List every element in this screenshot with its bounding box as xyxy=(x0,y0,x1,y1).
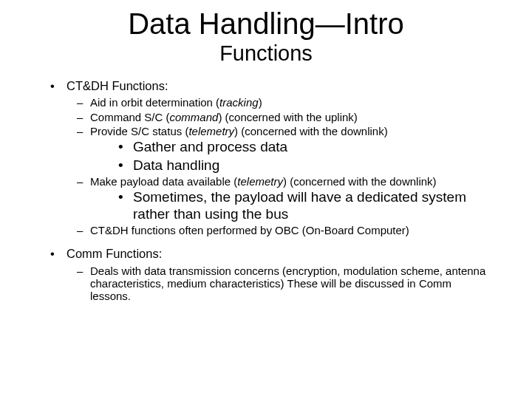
bullet-command: Command S/C (command) (concerned with th… xyxy=(37,111,495,123)
text: ) (concerned with the downlink) xyxy=(234,125,388,137)
bullet-ctdh-heading: CT&DH Functions: xyxy=(37,79,495,93)
slide: Data Handling—Intro Functions CT&DH Func… xyxy=(0,0,532,399)
bullet-payload: Make payload data available (telemetry) … xyxy=(37,175,495,188)
italic-telemetry-1: telemetry xyxy=(188,125,234,137)
text: Make payload data available ( xyxy=(90,175,237,188)
bullet-status: Provide S/C status (telemetry) (concerne… xyxy=(37,125,495,137)
text: ) (concerned with the uplink) xyxy=(218,111,357,123)
text: ) (concerned with the downlink) xyxy=(283,175,437,188)
bullet-tracking: Aid in orbit determination (tracking) xyxy=(37,96,495,109)
bullet-obc: CT&DH functions often performed by OBC (… xyxy=(37,224,495,236)
bullet-dedicated-system: Sometimes, the payload will have a dedic… xyxy=(37,189,495,222)
bullet-datahandling: Data handling xyxy=(37,157,495,174)
slide-content: CT&DH Functions: Aid in orbit determinat… xyxy=(37,79,495,303)
text: Aid in orbit determination ( xyxy=(90,96,219,109)
italic-tracking: tracking xyxy=(219,96,259,109)
text: ) xyxy=(259,96,262,109)
slide-title: Data Handling—Intro xyxy=(37,7,495,40)
text: Provide S/C status ( xyxy=(90,125,188,137)
italic-telemetry-2: telemetry xyxy=(237,175,283,188)
italic-command: command xyxy=(170,111,219,123)
bullet-comm-detail: Deals with data transmission concerns (e… xyxy=(37,265,495,303)
bullet-gather: Gather and process data xyxy=(37,139,495,155)
text: Command S/C ( xyxy=(90,111,170,123)
bullet-comm-heading: Comm Functions: xyxy=(37,247,495,261)
slide-subtitle: Functions xyxy=(37,41,495,66)
